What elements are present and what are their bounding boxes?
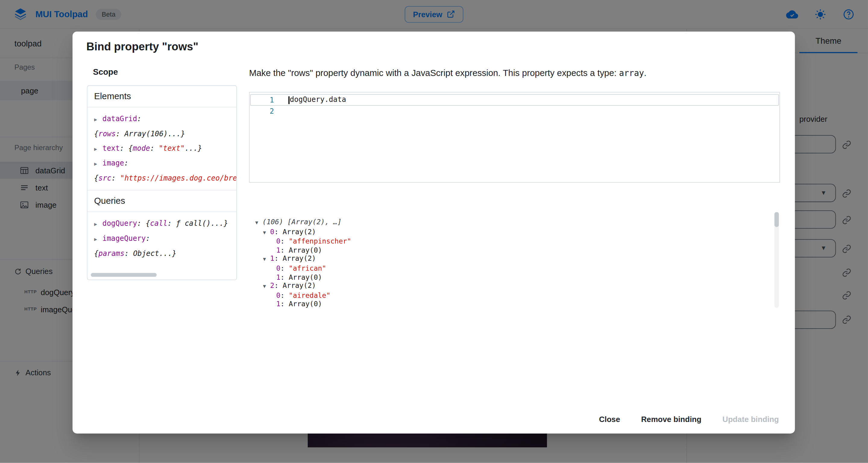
tree-row: 0: "airedale" bbox=[249, 291, 780, 300]
scope-object-name: imageQuery bbox=[102, 234, 146, 243]
tree-row: 1: Array(0) bbox=[249, 246, 780, 254]
tree-key: 2 bbox=[270, 281, 274, 290]
tree-row: 1: Array(0) bbox=[249, 273, 780, 281]
tree-row: 1: Array(0) bbox=[249, 300, 780, 308]
expected-type: array bbox=[619, 68, 644, 78]
scope-panel: Elements ▶dataGrid:{rows: Array(106)...}… bbox=[87, 85, 237, 280]
tree-key: 1 bbox=[276, 300, 281, 308]
editor-line-2[interactable]: 2 bbox=[250, 105, 779, 116]
scope-queries-list: ▶dogQuery: {call: ƒ call()...}▶imageQuer… bbox=[87, 212, 236, 265]
scope-entry-dogQuery[interactable]: ▶dogQuery: {call: ƒ call()...} bbox=[94, 216, 230, 232]
tree-value: Array(2) bbox=[283, 281, 316, 290]
tree-key: 0 bbox=[270, 227, 274, 236]
code-editor[interactable]: 1dogQuery.data2 bbox=[249, 92, 780, 183]
tree-value: Array(2) bbox=[283, 227, 316, 236]
horizontal-scrollbar[interactable] bbox=[91, 273, 157, 277]
expand-arrow-icon[interactable]: ▼ bbox=[263, 282, 270, 291]
tree-row[interactable]: ▼0: Array(2) bbox=[249, 227, 780, 237]
scope-object-name: dogQuery bbox=[102, 219, 137, 227]
object-tree: ▼(106) [Array(2), …]▼0: Array(2)0: "affe… bbox=[249, 212, 780, 308]
vertical-scrollbar[interactable] bbox=[775, 212, 779, 308]
tree-value: "airedale" bbox=[289, 291, 330, 300]
bind-property-dialog: Bind property "rows" Scope Elements ▶dat… bbox=[73, 32, 795, 433]
instruction-period: . bbox=[644, 68, 647, 78]
tree-value: "affenpinscher" bbox=[289, 237, 351, 245]
expand-arrow-icon[interactable]: ▶ bbox=[94, 142, 102, 156]
tree-value: (106) [Array(2), …] bbox=[262, 218, 342, 226]
scrollbar-thumb[interactable] bbox=[775, 212, 779, 227]
dialog-title: Bind property "rows" bbox=[87, 40, 198, 53]
expand-arrow-icon[interactable]: ▶ bbox=[94, 157, 102, 171]
tree-value: "african" bbox=[289, 264, 326, 273]
update-binding-button: Update binding bbox=[717, 410, 784, 428]
expand-arrow-icon[interactable]: ▼ bbox=[263, 255, 270, 264]
tree-row[interactable]: ▼2: Array(2) bbox=[249, 281, 780, 291]
line-number: 2 bbox=[250, 107, 274, 115]
active-line-highlight bbox=[250, 94, 779, 106]
scope-entry-dataGrid[interactable]: ▶dataGrid:{rows: Array(106)...} bbox=[94, 112, 230, 141]
expand-arrow-icon[interactable]: ▼ bbox=[255, 219, 262, 227]
tree-key: 0 bbox=[276, 237, 281, 245]
tree-value: Array(0) bbox=[289, 246, 322, 254]
expand-arrow-icon[interactable]: ▶ bbox=[94, 217, 102, 232]
app-root: MUI Toolpad Beta Preview toolpad Pages p… bbox=[0, 0, 868, 463]
tree-value: Array(2) bbox=[283, 254, 316, 263]
scope-elements-header: Elements bbox=[87, 86, 236, 107]
expand-arrow-icon[interactable]: ▶ bbox=[94, 113, 102, 127]
scope-elements-list: ▶dataGrid:{rows: Array(106)...}▶text: {m… bbox=[87, 107, 236, 190]
tree-row[interactable]: ▼1: Array(2) bbox=[249, 254, 780, 264]
tree-row[interactable]: ▼(106) [Array(2), …] bbox=[249, 218, 780, 227]
tree-value: Array(0) bbox=[289, 300, 322, 308]
tree-row: 0: "african" bbox=[249, 264, 780, 273]
scope-object-name: text bbox=[102, 144, 120, 153]
tree-key: 0 bbox=[276, 291, 281, 300]
binding-instruction: Make the "rows" property dynamic with a … bbox=[249, 68, 770, 78]
scope-entry-image[interactable]: ▶image:{src: "https://images.dog.ceo/bre bbox=[94, 156, 230, 185]
tree-key: 0 bbox=[276, 264, 281, 273]
tree-row: 0: "affenpinscher" bbox=[249, 237, 780, 246]
scope-queries-header: Queries bbox=[87, 190, 236, 212]
scope-entry-imageQuery[interactable]: ▶imageQuery:{params: Object...} bbox=[94, 232, 230, 261]
instruction-text: Make the "rows" property dynamic with a … bbox=[249, 68, 619, 78]
tree-key: 1 bbox=[270, 254, 274, 263]
scope-entry-text[interactable]: ▶text: {mode: "text"...} bbox=[94, 141, 230, 156]
tree-key: 1 bbox=[276, 246, 281, 254]
expand-arrow-icon[interactable]: ▼ bbox=[263, 228, 270, 237]
tree-key: 1 bbox=[276, 273, 281, 281]
tree-value: Array(0) bbox=[289, 273, 322, 281]
dialog-footer: Close Remove binding Update binding bbox=[593, 410, 784, 428]
scope-label: Scope bbox=[93, 67, 118, 76]
scope-object-name: dataGrid bbox=[102, 115, 137, 123]
expand-arrow-icon[interactable]: ▶ bbox=[94, 232, 102, 247]
close-button[interactable]: Close bbox=[593, 410, 626, 428]
remove-binding-button[interactable]: Remove binding bbox=[636, 410, 707, 428]
scope-object-name: image bbox=[102, 159, 124, 167]
expression-result-preview: ▼(106) [Array(2), …]▼0: Array(2)0: "affe… bbox=[249, 212, 780, 308]
